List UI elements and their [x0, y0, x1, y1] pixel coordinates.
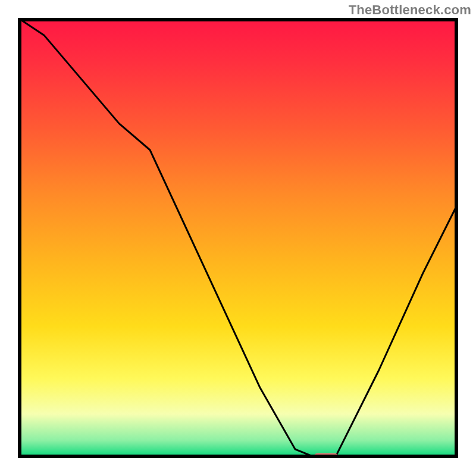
gradient-background: [18, 18, 458, 458]
chart-frame: TheBottleneck.com: [0, 0, 476, 476]
watermark-text: TheBottleneck.com: [349, 2, 471, 18]
bottleneck-chart: [18, 18, 458, 458]
